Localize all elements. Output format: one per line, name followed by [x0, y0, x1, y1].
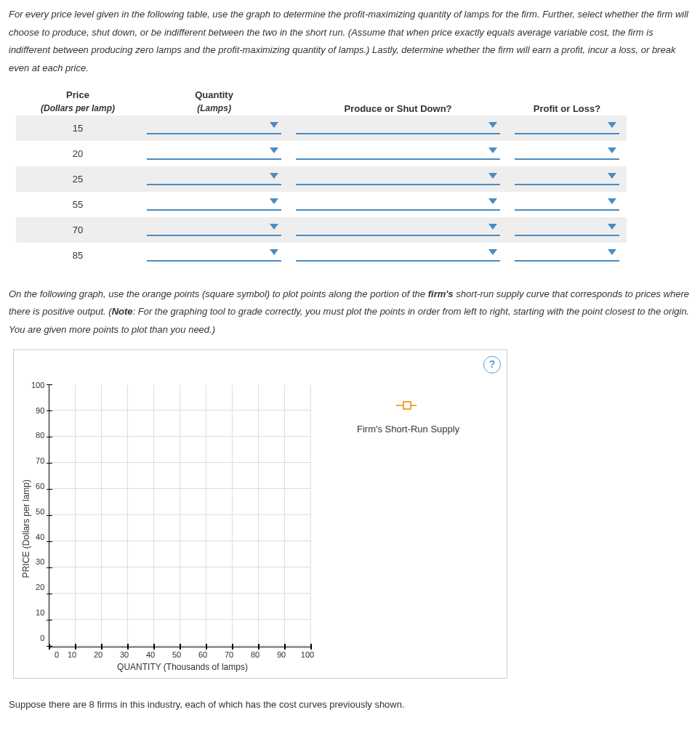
- col-header-price: Price: [16, 88, 140, 102]
- produce-shutdown-dropdown[interactable]: [296, 120, 500, 134]
- produce-shutdown-dropdown[interactable]: [296, 145, 500, 160]
- table-row: 15: [16, 116, 627, 141]
- chevron-down-icon: [488, 173, 497, 179]
- table-row: 20: [16, 141, 627, 166]
- profit-loss-dropdown[interactable]: [515, 196, 619, 211]
- price-quantity-table: Price Quantity (Dollars per lamp) (Lamps…: [16, 88, 627, 268]
- chevron-down-icon: [488, 147, 497, 153]
- table-row: 25: [16, 166, 627, 192]
- quantity-dropdown[interactable]: [147, 145, 281, 160]
- produce-shutdown-dropdown[interactable]: [296, 247, 500, 262]
- quantity-dropdown[interactable]: [147, 171, 281, 185]
- produce-shutdown-dropdown[interactable]: [296, 171, 500, 185]
- square-point-icon: [396, 405, 417, 406]
- col-header-profit: Profit or Loss?: [507, 102, 627, 116]
- chevron-down-icon: [608, 224, 616, 230]
- col-subheader-quantity: (Lamps): [140, 102, 289, 116]
- quantity-dropdown[interactable]: [147, 222, 281, 236]
- chevron-down-icon: [488, 224, 497, 230]
- quantity-dropdown[interactable]: [147, 247, 281, 262]
- legend[interactable]: Firm's Short-Run Supply: [357, 400, 459, 672]
- table-row: 70: [16, 217, 627, 243]
- plot-area[interactable]: [49, 385, 311, 647]
- graph-panel: ? PRICE (Dollars per lamp) 1009080706050…: [13, 349, 507, 679]
- footer-text: Suppose there are 8 firms in this indust…: [9, 699, 691, 710]
- col-subheader-price: (Dollars per lamp): [16, 102, 140, 116]
- chevron-down-icon: [270, 173, 278, 179]
- quantity-dropdown[interactable]: [147, 120, 281, 134]
- profit-loss-dropdown[interactable]: [515, 171, 619, 185]
- chevron-down-icon: [608, 249, 616, 255]
- chevron-down-icon: [608, 147, 616, 153]
- profit-loss-dropdown[interactable]: [515, 145, 619, 160]
- col-header-produce: Produce or Shut Down?: [289, 102, 507, 116]
- table-row: 85: [16, 243, 627, 268]
- produce-shutdown-dropdown[interactable]: [296, 196, 500, 211]
- x-axis-ticks: 0102030405060708090100: [44, 650, 306, 659]
- chevron-down-icon: [270, 147, 278, 153]
- chevron-down-icon: [488, 122, 497, 128]
- instruction-paragraph-1: For every price level given in the follo…: [9, 6, 691, 78]
- chevron-down-icon: [270, 198, 278, 204]
- price-cell: 85: [16, 243, 140, 268]
- chevron-down-icon: [608, 198, 616, 204]
- profit-loss-dropdown[interactable]: [515, 120, 619, 134]
- help-button[interactable]: ?: [483, 356, 501, 373]
- instruction-paragraph-2: On the following graph, use the orange p…: [9, 286, 691, 339]
- price-cell: 55: [16, 192, 140, 217]
- chevron-down-icon: [608, 173, 616, 179]
- chevron-down-icon: [270, 122, 278, 128]
- chevron-down-icon: [270, 224, 278, 230]
- price-cell: 20: [16, 141, 140, 166]
- col-header-quantity: Quantity: [140, 88, 289, 102]
- quantity-dropdown[interactable]: [147, 196, 281, 211]
- price-cell: 70: [16, 217, 140, 243]
- produce-shutdown-dropdown[interactable]: [296, 222, 500, 236]
- legend-label: Firm's Short-Run Supply: [357, 424, 459, 434]
- profit-loss-dropdown[interactable]: [515, 247, 619, 262]
- table-row: 55: [16, 192, 627, 217]
- chevron-down-icon: [488, 249, 497, 255]
- chevron-down-icon: [488, 198, 497, 204]
- x-axis-label: QUANTITY (Thousands of lamps): [52, 662, 313, 672]
- profit-loss-dropdown[interactable]: [515, 222, 619, 236]
- price-cell: 25: [16, 166, 140, 192]
- chevron-down-icon: [270, 249, 278, 255]
- price-cell: 15: [16, 116, 140, 141]
- chevron-down-icon: [608, 122, 616, 128]
- y-axis-label: PRICE (Dollars per lamp): [20, 480, 31, 578]
